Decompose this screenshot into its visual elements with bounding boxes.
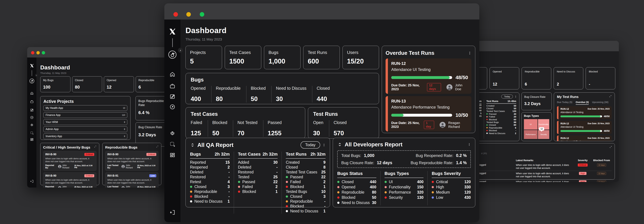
test-runs-stats: Open 30 Closed 570 xyxy=(313,120,374,137)
stat-card[interactable]: Test Runs 600 xyxy=(303,46,340,69)
summary-stat-label: Failed xyxy=(191,120,202,125)
treemap-block-performance[interactable]: Performance xyxy=(524,130,538,139)
column-rows: Created 50 Closed 50 xyxy=(486,104,516,135)
stat-card[interactable]: Projects 5 xyxy=(186,46,222,69)
row-label: Reproducible xyxy=(194,189,228,194)
today-button[interactable]: Today xyxy=(300,141,320,149)
stat-card[interactable]: Reproducible 6 xyxy=(522,67,551,89)
home-icon[interactable] xyxy=(30,91,34,95)
report-row: Low 430 xyxy=(432,195,471,200)
stat-card[interactable]: Opened 12 xyxy=(104,76,134,92)
left-window-titlebar xyxy=(27,47,175,57)
home-icon[interactable] xyxy=(170,71,176,77)
run-due-date: Due Date: 25 Nov, 2023 xyxy=(391,83,424,91)
dashboard-grid-icon[interactable] xyxy=(170,152,176,158)
report-row: Closed 50 xyxy=(486,107,516,110)
test-run-card[interactable]: RUN-12 Due Date: 25 Nov, 2023 Attendance… xyxy=(557,136,612,141)
summary-value: 1,000 xyxy=(364,153,374,158)
kebab-menu-icon[interactable] xyxy=(322,144,326,147)
project-list-item[interactable]: Your HRM 8 xyxy=(44,119,127,125)
close-button[interactable] xyxy=(174,12,178,17)
overdue-run-card[interactable]: RUN-13 Attendance Performance Testing 10… xyxy=(386,96,472,131)
test-cases-edit-icon[interactable] xyxy=(170,93,176,99)
row-value: 1 xyxy=(323,184,326,189)
stat-card[interactable]: Reproducible 6 xyxy=(136,76,166,92)
summary-stat-label: Reproducible xyxy=(216,86,240,91)
kebab-menu-icon[interactable] xyxy=(468,51,472,55)
tab[interactable]: Upcoming (30) xyxy=(592,101,608,105)
stat-value: - xyxy=(589,82,612,86)
expand-icon[interactable] xyxy=(609,95,612,97)
severity-badge: High xyxy=(579,172,586,175)
bugs-icon[interactable] xyxy=(170,130,176,136)
close-button[interactable] xyxy=(31,51,34,54)
projects-briefcase-icon[interactable] xyxy=(170,83,176,89)
expand-icon[interactable] xyxy=(94,145,96,148)
sort-icon[interactable] xyxy=(190,143,195,148)
row-value: - xyxy=(228,189,230,194)
row-label: Blocked xyxy=(489,129,516,132)
stat-card[interactable]: Users 15/20 xyxy=(342,46,379,69)
test-run-card[interactable]: RUN-12 Due Date: 25 Nov, 2023 Attendance… xyxy=(557,121,612,134)
workspace-logo-icon[interactable] xyxy=(29,78,34,84)
stat-card[interactable]: Bugs 1,000 xyxy=(264,46,300,69)
project-list-item[interactable]: My Health App 13 xyxy=(44,105,127,111)
bug-card[interactable]: INV-B-90 Critical When user tries to log… xyxy=(43,172,96,187)
report-row: Tested Test Cases 120 xyxy=(486,110,516,113)
overdue-run-card[interactable]: RUN-12 Attendance UI Testing 48/50 Due D… xyxy=(386,58,472,94)
select-area-icon[interactable] xyxy=(30,131,34,135)
zoom-button[interactable] xyxy=(200,12,204,17)
today-button[interactable]: Today xyxy=(501,95,513,98)
test-runs-launch-icon[interactable] xyxy=(170,104,176,110)
report-row: Deleted - xyxy=(190,170,230,175)
report-row: Tested 25 xyxy=(238,175,278,179)
column-name: Bugs xyxy=(190,152,201,157)
expand-icon[interactable] xyxy=(156,145,158,148)
bug-card[interactable]: INV-B-91 Low When user tries to login wi… xyxy=(105,172,158,187)
zoom-button[interactable] xyxy=(42,51,45,54)
projects-briefcase-icon[interactable] xyxy=(30,100,34,103)
sort-icon[interactable] xyxy=(337,142,342,147)
active-projects-panel: Active Projects My Health App 13 Finance… xyxy=(40,96,130,140)
stat-label: Test Runs xyxy=(308,50,335,55)
test-runs-launch-icon[interactable] xyxy=(30,116,34,119)
minimize-button[interactable] xyxy=(186,12,191,17)
minimize-button[interactable] xyxy=(36,51,40,54)
select-area-icon[interactable] xyxy=(170,141,176,147)
treemap-block-ui[interactable]: UI xyxy=(524,119,538,130)
bug-card[interactable]: INV-B-90 Critical When user tries to log… xyxy=(105,151,158,171)
bug-card[interactable]: INV-B-90 Critical When user tries to log… xyxy=(43,151,96,171)
status-dot xyxy=(432,196,434,199)
project-list-item[interactable]: Admin App 8 xyxy=(44,126,127,132)
stat-card[interactable]: Blocked - xyxy=(586,67,615,89)
treemap-block-security[interactable]: Security xyxy=(538,130,549,139)
expand-icon[interactable] xyxy=(610,146,612,148)
bug-id: INV-B-90 xyxy=(45,153,84,156)
test-run-card[interactable]: RUN-12 Due Date: 25 Nov, 2023 Attendance… xyxy=(557,106,612,119)
test-cases-edit-icon[interactable] xyxy=(30,108,34,112)
stat-card[interactable]: Need to Discuss 2 xyxy=(554,67,583,89)
table-tab-fragment[interactable]: d (30) xyxy=(481,152,487,155)
logout-icon[interactable] xyxy=(170,209,176,215)
stat-value: 2 xyxy=(557,82,580,86)
dashboard-grid-icon[interactable] xyxy=(30,138,34,142)
kebab-menu-icon[interactable] xyxy=(514,95,517,98)
stat-label: Opened xyxy=(493,70,516,73)
stat-card[interactable]: Closed 80 xyxy=(72,76,102,92)
tab[interactable]: Due Today (5) xyxy=(557,101,572,105)
tab[interactable]: Overdue (3) xyxy=(576,101,589,105)
summary-stat-label: Passed xyxy=(268,120,282,125)
bugs-icon[interactable] xyxy=(30,123,34,127)
kebab-menu-icon[interactable] xyxy=(468,143,471,146)
logout-icon[interactable] xyxy=(30,179,34,183)
workspace-logo-icon[interactable] xyxy=(168,50,177,59)
project-list-item[interactable]: Finance App 110 xyxy=(44,112,127,118)
row-label: Blocked xyxy=(242,189,276,194)
blocked-from-badge: 12 days xyxy=(597,164,606,167)
stat-card[interactable]: My Bugs 100 xyxy=(40,76,70,92)
by-name: John Richard xyxy=(126,185,136,187)
stat-card[interactable]: Test Cases 1500 xyxy=(225,46,261,69)
report-row: Failed 20 xyxy=(486,116,516,118)
project-list-item[interactable]: Inventory App 8 xyxy=(44,134,127,139)
stat-card[interactable]: Opened 12 xyxy=(490,67,519,89)
